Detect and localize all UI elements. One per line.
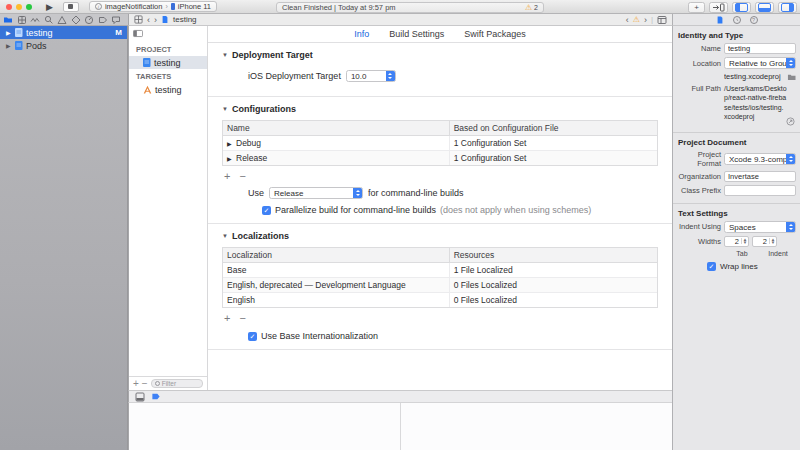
filter-field[interactable]: Filter: [151, 379, 203, 388]
next-issue-button[interactable]: ›: [644, 15, 647, 25]
run-button[interactable]: ▶: [46, 0, 53, 14]
disclosure-triangle-icon[interactable]: ▶: [6, 42, 12, 49]
wrap-lines-checkbox[interactable]: ✓: [707, 262, 716, 271]
report-navigator-icon[interactable]: [111, 15, 121, 25]
add-target-button[interactable]: +: [133, 378, 139, 389]
location-folder-icon[interactable]: [787, 73, 796, 81]
command-line-config-popup[interactable]: Release: [269, 187, 363, 199]
related-items-icon[interactable]: [134, 15, 143, 24]
test-navigator-icon[interactable]: [71, 15, 81, 25]
stepper-arrows-icon[interactable]: ▲▼: [741, 238, 748, 244]
table-row[interactable]: English, deprecated — Development Langua…: [223, 278, 657, 293]
sidebar-item-project-testing[interactable]: testing: [129, 56, 207, 69]
column-based-on[interactable]: Based on Configuration File: [449, 121, 657, 135]
zoom-window-button[interactable]: [26, 4, 32, 10]
stop-button[interactable]: [63, 2, 79, 12]
issue-navigator-icon[interactable]: [57, 15, 67, 25]
project-format-popup[interactable]: Xcode 9.3-compatible: [724, 153, 796, 165]
navigator-item-pods[interactable]: ▶ Pods: [0, 39, 127, 52]
table-row[interactable]: ▶Debug 1 Configuration Set: [223, 136, 657, 151]
add-configuration-button[interactable]: +: [224, 170, 230, 182]
editor-split-button[interactable]: [709, 2, 728, 13]
library-add-button[interactable]: +: [688, 2, 705, 13]
scheme-selector[interactable]: i imageNotification › iPhone 11: [89, 1, 217, 12]
configurations-table: Name Based on Configuration File ▶Debug …: [222, 120, 658, 166]
project-file-icon: [15, 41, 23, 50]
column-resources[interactable]: Resources: [449, 248, 657, 262]
debug-bar: [128, 390, 672, 403]
section-title: Configurations: [232, 104, 296, 114]
toggle-debug-area-button[interactable]: [755, 2, 774, 13]
organization-field[interactable]: [724, 171, 796, 182]
breakpoint-navigator-icon[interactable]: [98, 15, 108, 25]
table-row[interactable]: ▶Release 1 Configuration Set: [223, 151, 657, 165]
navigator-tab-bar: [0, 14, 128, 26]
disclosure-triangle-icon[interactable]: ▼: [222, 106, 228, 112]
minimize-window-button[interactable]: [16, 4, 22, 10]
previous-issue-button[interactable]: ‹: [626, 15, 629, 25]
stepper-arrows-icon[interactable]: ▲▼: [769, 238, 776, 244]
disclosure-triangle-icon[interactable]: ▶: [227, 140, 233, 147]
find-navigator-icon[interactable]: [44, 15, 54, 25]
class-prefix-field[interactable]: [724, 185, 796, 196]
disclosure-triangle-icon[interactable]: ▼: [222, 233, 228, 239]
editor-options-icon[interactable]: [657, 15, 667, 25]
close-window-button[interactable]: [6, 4, 12, 10]
filter-icon: [155, 381, 160, 386]
console-view[interactable]: [400, 403, 672, 450]
breakpoints-toggle-icon[interactable]: [151, 392, 161, 401]
targets-list-toggle-icon[interactable]: [133, 29, 143, 38]
tab-build-settings[interactable]: Build Settings: [389, 29, 444, 39]
issue-warning-icon[interactable]: ⚠: [633, 15, 640, 25]
section-deployment-target[interactable]: ▼ Deployment Target: [208, 43, 672, 64]
remove-localization-button[interactable]: −: [239, 312, 245, 324]
remove-configuration-button[interactable]: −: [239, 170, 245, 182]
column-localization[interactable]: Localization: [223, 248, 449, 262]
warning-badge[interactable]: ⚠ 2: [525, 3, 538, 13]
toggle-inspector-button[interactable]: [778, 2, 797, 13]
history-inspector-icon[interactable]: [733, 16, 741, 24]
popup-arrows-icon: [786, 154, 795, 164]
parallelize-checkbox[interactable]: ✓: [262, 206, 271, 215]
project-format-label: Project Format: [677, 150, 721, 168]
table-row[interactable]: English 0 Files Localized: [223, 293, 657, 307]
jump-bar: ‹ › testing ‹ ⚠ › |: [128, 14, 672, 26]
reveal-in-finder-icon[interactable]: [786, 117, 795, 126]
location-popup[interactable]: Relative to Group: [724, 57, 796, 69]
debug-navigator-icon[interactable]: [84, 15, 94, 25]
indent-column-label: Indent: [760, 250, 796, 257]
localization-name: English, deprecated — Development Langua…: [223, 278, 449, 292]
section-configurations[interactable]: ▼ Configurations: [208, 97, 672, 118]
section-title: Deployment Target: [232, 50, 313, 60]
base-internationalization-checkbox[interactable]: ✓: [248, 332, 257, 341]
file-inspector-icon[interactable]: [716, 15, 724, 25]
table-row[interactable]: Base 1 File Localized: [223, 263, 657, 278]
add-localization-button[interactable]: +: [224, 312, 230, 324]
file-icon: [161, 15, 169, 24]
column-name[interactable]: Name: [223, 121, 449, 135]
project-navigator-icon[interactable]: [3, 15, 13, 25]
quick-help-inspector-icon[interactable]: ?: [750, 16, 758, 24]
disclosure-triangle-icon[interactable]: ▼: [222, 52, 228, 58]
indent-width-stepper[interactable]: 2 ▲▼: [752, 236, 777, 247]
sidebar-item-target-testing[interactable]: testing: [129, 83, 207, 96]
remove-target-button[interactable]: −: [142, 378, 148, 389]
tab-width-stepper[interactable]: 2 ▲▼: [724, 236, 749, 247]
indent-using-popup[interactable]: Spaces: [724, 221, 796, 233]
tab-swift-packages[interactable]: Swift Packages: [464, 29, 526, 39]
disclosure-triangle-icon[interactable]: ▶: [6, 29, 12, 36]
navigator-item-testing[interactable]: ▶ testing M: [0, 26, 127, 39]
disclosure-triangle-icon[interactable]: ▶: [227, 155, 233, 162]
ios-deployment-target-popup[interactable]: 10.0: [346, 70, 396, 82]
status-text: Clean Finished | Today at 9:57 pm: [282, 3, 396, 12]
symbol-navigator-icon[interactable]: [30, 15, 40, 25]
go-forward-button[interactable]: ›: [154, 15, 157, 25]
source-control-navigator-icon[interactable]: [17, 15, 27, 25]
tab-info[interactable]: Info: [354, 29, 369, 39]
jump-bar-file[interactable]: testing: [173, 15, 197, 24]
go-back-button[interactable]: ‹: [147, 15, 150, 25]
name-field[interactable]: [724, 43, 796, 54]
section-localizations[interactable]: ▼ Localizations: [208, 224, 672, 245]
toggle-navigator-button[interactable]: [732, 2, 751, 13]
hide-debug-area-icon[interactable]: [135, 392, 145, 402]
